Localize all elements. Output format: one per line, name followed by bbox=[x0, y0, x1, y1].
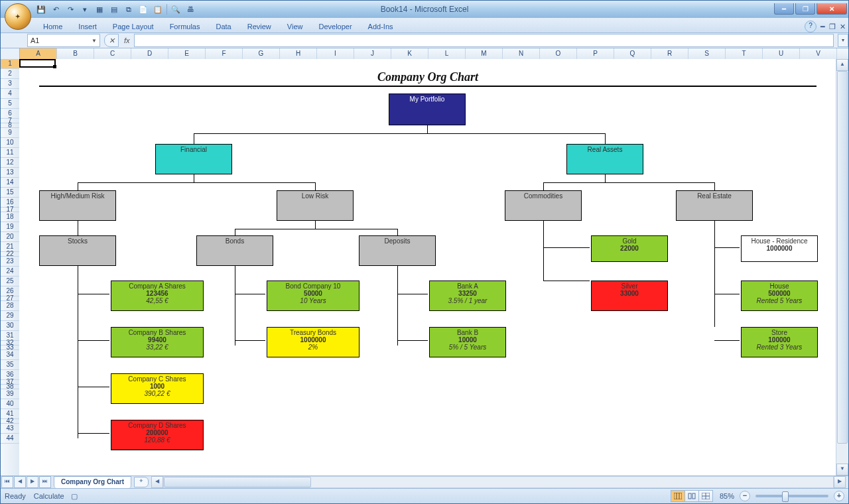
org-chart[interactable]: Company Org Chart bbox=[39, 68, 816, 91]
tab-nav-last-icon[interactable]: ⏭ bbox=[39, 476, 51, 488]
name-box[interactable]: A1 ▼ bbox=[27, 34, 100, 47]
node-bonds[interactable]: Bonds bbox=[196, 235, 273, 266]
col-header-M[interactable]: M bbox=[466, 48, 503, 59]
copy-icon[interactable]: ⧉ bbox=[123, 3, 135, 15]
col-header-J[interactable]: J bbox=[354, 48, 391, 59]
row-header-25[interactable]: 25 bbox=[1, 277, 19, 286]
col-header-E[interactable]: E bbox=[168, 48, 206, 59]
col-header-A[interactable]: A bbox=[20, 48, 57, 59]
node-high-medium-risk[interactable]: High/Medium Risk bbox=[39, 190, 116, 221]
zoom-out-icon[interactable]: − bbox=[740, 491, 750, 501]
row-header-9[interactable]: 9 bbox=[1, 128, 19, 138]
tab-nav-prev-icon[interactable]: ◀ bbox=[14, 476, 26, 488]
node-house-residence[interactable]: House - Residence1000000 bbox=[741, 235, 818, 262]
node-deposits[interactable]: Deposits bbox=[359, 235, 436, 266]
node-gold[interactable]: Gold22000 bbox=[591, 235, 668, 262]
view-page-layout-icon[interactable] bbox=[685, 490, 699, 502]
workbook-close-icon[interactable]: ✕ bbox=[840, 23, 846, 31]
node-bank-b[interactable]: Bank B100005% / 5 Years bbox=[429, 327, 506, 357]
qat-dropdown-icon[interactable]: ▾ bbox=[79, 3, 91, 15]
zoom-slider[interactable] bbox=[755, 495, 828, 497]
node-real-estate[interactable]: Real Estate bbox=[676, 190, 753, 221]
minimize-button[interactable]: ━ bbox=[774, 3, 794, 15]
save-icon[interactable]: 💾 bbox=[35, 3, 47, 15]
col-header-C[interactable]: C bbox=[94, 48, 131, 59]
close-button[interactable]: ✕ bbox=[816, 3, 847, 15]
view-page-break-icon[interactable] bbox=[698, 490, 713, 502]
row-header-30[interactable]: 30 bbox=[1, 321, 19, 331]
col-header-D[interactable]: D bbox=[131, 48, 168, 59]
row-header-14[interactable]: 14 bbox=[1, 178, 19, 188]
maximize-button[interactable]: ❐ bbox=[795, 3, 815, 15]
col-header-K[interactable]: K bbox=[391, 48, 428, 59]
node-real-assets[interactable]: Real Assets bbox=[566, 144, 643, 174]
vertical-scrollbar[interactable]: ▲ ▼ bbox=[836, 59, 848, 475]
ribbon-minimize-icon[interactable]: ━ bbox=[820, 23, 825, 31]
col-header-L[interactable]: L bbox=[428, 48, 466, 59]
col-header-Q[interactable]: Q bbox=[614, 48, 651, 59]
table-icon[interactable]: ▦ bbox=[94, 3, 105, 15]
node-company-d[interactable]: Company D Shares200000120,88 € bbox=[111, 420, 204, 450]
redo-icon[interactable]: ↷ bbox=[64, 3, 76, 15]
row-header-33[interactable]: 33 bbox=[1, 346, 19, 350]
tab-developer[interactable]: Developer bbox=[310, 21, 359, 32]
col-header-F[interactable]: F bbox=[206, 48, 243, 59]
row-header-4[interactable]: 4 bbox=[1, 89, 19, 99]
node-company-b[interactable]: Company B Shares9940033,22 € bbox=[111, 327, 204, 357]
col-header-I[interactable]: I bbox=[317, 48, 354, 59]
tab-page-layout[interactable]: Page Layout bbox=[105, 21, 162, 32]
scroll-down-icon[interactable]: ▼ bbox=[836, 464, 848, 475]
formula-input[interactable] bbox=[134, 34, 834, 47]
row-header-24[interactable]: 24 bbox=[1, 267, 19, 277]
node-company-a[interactable]: Company A Shares12345642,55 € bbox=[111, 281, 204, 311]
row-header-15[interactable]: 15 bbox=[1, 188, 19, 198]
select-all-corner[interactable] bbox=[1, 48, 20, 60]
row-header-2[interactable]: 2 bbox=[1, 69, 19, 79]
cancel-formula-icon[interactable]: ✕ bbox=[104, 34, 119, 47]
zoom-knob[interactable] bbox=[782, 491, 789, 502]
row-header-27[interactable]: 27 bbox=[1, 296, 19, 301]
tab-addins[interactable]: Add-Ins bbox=[360, 21, 401, 32]
grid-icon[interactable]: ▤ bbox=[108, 3, 120, 15]
node-silver[interactable]: Silver33000 bbox=[591, 281, 668, 311]
row-header-19[interactable]: 19 bbox=[1, 222, 19, 232]
col-header-R[interactable]: R bbox=[651, 48, 688, 59]
expand-formula-bar-icon[interactable]: ▾ bbox=[838, 34, 848, 47]
node-root[interactable]: My Portfolio bbox=[389, 94, 466, 125]
tab-nav-first-icon[interactable]: ⏮ bbox=[1, 476, 13, 488]
fx-icon[interactable]: fx bbox=[124, 36, 130, 44]
row-header-42[interactable]: 42 bbox=[1, 419, 19, 424]
col-header-H[interactable]: H bbox=[280, 48, 317, 59]
row-header-35[interactable]: 35 bbox=[1, 360, 19, 370]
col-header-O[interactable]: O bbox=[540, 48, 577, 59]
new-sheet-icon[interactable]: 📄 bbox=[137, 3, 149, 15]
node-company-c[interactable]: Company C Shares1000390,22 € bbox=[111, 373, 204, 404]
row-header-1[interactable]: 1 bbox=[1, 59, 19, 69]
new-sheet-tab-icon[interactable]: ✦ bbox=[134, 477, 149, 487]
row-header-40[interactable]: 40 bbox=[1, 399, 19, 409]
zoom-level[interactable]: 85% bbox=[720, 492, 734, 500]
row-header-17[interactable]: 17 bbox=[1, 208, 19, 212]
col-header-N[interactable]: N bbox=[503, 48, 540, 59]
node-bond-company-10[interactable]: Bond Company 105000010 Years bbox=[267, 281, 359, 311]
row-header-23[interactable]: 23 bbox=[1, 257, 19, 267]
zoom-in-icon[interactable]: + bbox=[834, 491, 844, 501]
tab-home[interactable]: Home bbox=[35, 21, 70, 32]
row-header-8[interactable]: 8 bbox=[1, 123, 19, 128]
office-button[interactable]: ✦ bbox=[5, 3, 31, 30]
row-header-20[interactable]: 20 bbox=[1, 232, 19, 242]
col-header-P[interactable]: P bbox=[577, 48, 614, 59]
row-header-22[interactable]: 22 bbox=[1, 252, 19, 257]
row-header-12[interactable]: 12 bbox=[1, 158, 19, 168]
col-header-U[interactable]: U bbox=[763, 48, 800, 59]
tab-data[interactable]: Data bbox=[208, 21, 239, 32]
col-header-T[interactable]: T bbox=[726, 48, 763, 59]
tab-view[interactable]: View bbox=[279, 21, 311, 32]
tab-nav-next-icon[interactable]: ▶ bbox=[27, 476, 38, 488]
sheet-area[interactable]: Company Org Chart bbox=[19, 59, 836, 475]
name-box-dropdown-icon[interactable]: ▼ bbox=[92, 38, 97, 44]
col-header-B[interactable]: B bbox=[57, 48, 94, 59]
node-financial[interactable]: Financial bbox=[155, 144, 232, 174]
undo-icon[interactable]: ↶ bbox=[50, 3, 62, 15]
row-header-38[interactable]: 38 bbox=[1, 385, 19, 389]
